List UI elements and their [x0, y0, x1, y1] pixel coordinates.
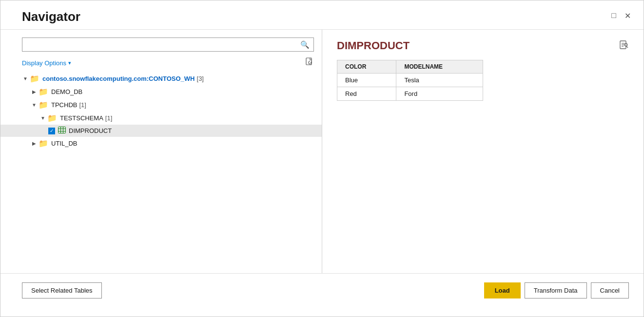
display-options-button[interactable]: Display Options ▾	[22, 59, 71, 67]
expand-arrow-demo-db: ▶	[31, 89, 38, 94]
tpchdb-count: [1]	[79, 101, 86, 109]
search-icon[interactable]: 🔍	[296, 38, 313, 51]
table-icon-dimproduct	[58, 127, 66, 135]
tree-item-dimproduct[interactable]: ✓ DIMPRODUCT	[0, 125, 322, 137]
preview-table-title: DIMPRODUCT	[337, 39, 410, 52]
table-cell: Red	[337, 87, 396, 101]
folder-icon-demo-db: 📁	[39, 87, 48, 96]
expand-arrow-testschema: ▼	[39, 115, 46, 121]
action-buttons: Load Transform Data Cancel	[484, 282, 629, 298]
dimproduct-label: DIMPRODUCT	[69, 127, 112, 134]
cancel-button[interactable]: Cancel	[591, 282, 629, 298]
expand-arrow-util-db: ▶	[31, 141, 38, 146]
preview-icon-button[interactable]	[619, 40, 629, 52]
tree: ▼ 📁 contoso.snowflakecomputing.com:CONTO…	[0, 72, 322, 273]
right-panel: DIMPRODUCT COLOR MODELNAME	[322, 30, 644, 273]
col-header-modelname: MODELNAME	[396, 60, 483, 74]
folder-icon-testschema: 📁	[47, 113, 57, 123]
expand-arrow-root: ▼	[22, 76, 29, 81]
display-options-row: Display Options ▾	[22, 57, 314, 68]
table-cell: Tesla	[396, 74, 483, 87]
tree-item-util-db[interactable]: ▶ 📁 UTIL_DB	[0, 137, 322, 150]
testschema-label: TESTSCHEMA	[60, 114, 103, 122]
tpchdb-label: TPCHDB	[51, 101, 77, 109]
demo-db-label: DEMO_DB	[51, 88, 82, 95]
display-options-label: Display Options	[22, 59, 66, 67]
refresh-icon[interactable]	[305, 57, 314, 68]
close-button[interactable]: ✕	[623, 11, 632, 20]
tree-item-demo-db[interactable]: ▶ 📁 DEMO_DB	[0, 85, 322, 98]
col-header-color: COLOR	[337, 60, 396, 74]
display-options-arrow: ▾	[68, 60, 71, 66]
maximize-button[interactable]: □	[609, 11, 618, 20]
preview-title-row: DIMPRODUCT	[337, 39, 629, 52]
transform-data-button[interactable]: Transform Data	[525, 282, 587, 298]
select-related-tables-button[interactable]: Select Related Tables	[22, 282, 102, 298]
folder-icon-tpchdb: 📁	[39, 100, 48, 110]
table-cell: Blue	[337, 74, 396, 87]
dimproduct-checkbox[interactable]: ✓	[48, 128, 55, 134]
table-row: BlueTesla	[337, 74, 483, 87]
expand-arrow-tpchdb: ▼	[31, 102, 38, 108]
window-controls: □ ✕	[609, 11, 632, 20]
root-label: contoso.snowflakecomputing.com:CONTOSO_W…	[42, 75, 195, 82]
folder-icon-util-db: 📁	[39, 139, 48, 148]
folder-icon-root: 📁	[30, 74, 39, 83]
left-panel: 🔍 Display Options ▾ ▼	[0, 30, 322, 273]
table-row: RedFord	[337, 87, 483, 101]
root-count: [3]	[197, 75, 204, 82]
search-bar: 🔍	[22, 37, 314, 52]
svg-rect-1	[59, 127, 66, 133]
main-layout: 🔍 Display Options ▾ ▼	[0, 29, 644, 273]
preview-table: COLOR MODELNAME BlueTeslaRedFord	[337, 60, 483, 101]
tree-item-tpchdb[interactable]: ▼ 📁 TPCHDB [1]	[0, 98, 322, 112]
tree-item-testschema[interactable]: ▼ 📁 TESTSCHEMA [1]	[0, 112, 322, 125]
title-bar: Navigator □ ✕	[0, 0, 644, 29]
testschema-count: [1]	[105, 114, 112, 122]
dialog-title: Navigator	[22, 9, 80, 24]
search-input[interactable]	[22, 38, 296, 51]
util-db-label: UTIL_DB	[51, 140, 77, 147]
table-cell: Ford	[396, 87, 483, 101]
load-button[interactable]: Load	[484, 282, 521, 298]
tree-root-item[interactable]: ▼ 📁 contoso.snowflakecomputing.com:CONTO…	[0, 72, 322, 85]
bottom-bar: Select Related Tables Load Transform Dat…	[0, 273, 644, 307]
